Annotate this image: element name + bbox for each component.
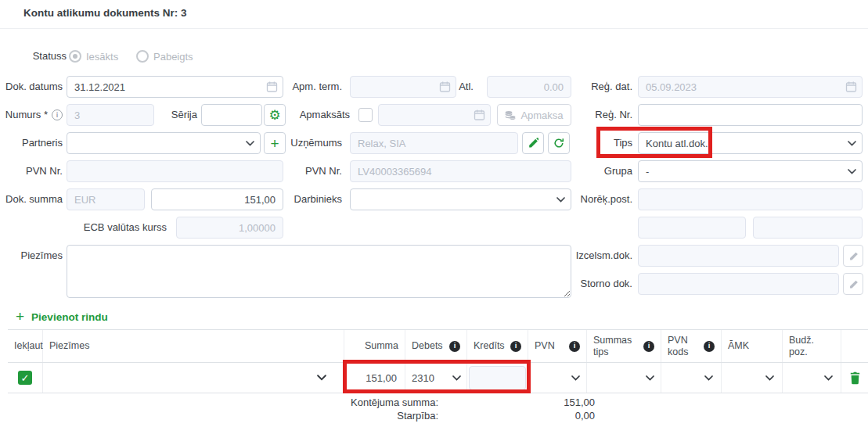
col-kredits: Kredītsi [467, 330, 528, 362]
row-summas-tips-cell[interactable] [587, 363, 661, 393]
izcelsm-dok-label: Izcelsm.dok. [556, 245, 632, 267]
uznemums-input[interactable] [350, 132, 518, 154]
delete-row-button[interactable] [849, 371, 861, 385]
reg-dat-field[interactable] [638, 76, 863, 98]
partneris-select[interactable] [67, 132, 261, 154]
ecb-input[interactable] [176, 217, 283, 239]
chevron-down-icon [646, 375, 654, 381]
row-pvn-cell[interactable] [528, 363, 587, 393]
reg-nr-field[interactable] [638, 104, 863, 126]
reg-nr-input[interactable] [638, 104, 863, 126]
norek-post-field[interactable] [638, 188, 863, 210]
status-option-pabeigts: Pabeigts [153, 50, 193, 64]
pencil-icon [848, 251, 859, 261]
status-radio-pabeigts[interactable] [136, 50, 149, 63]
piezimes-textarea[interactable] [67, 245, 571, 298]
status-option-iesakts: Iesākts [86, 50, 118, 64]
reg-dat-input[interactable] [638, 76, 863, 98]
norek-post-field-2[interactable] [638, 217, 746, 239]
add-row-button[interactable]: + Pievienot rindu [16, 310, 108, 324]
dok-summa-field[interactable] [151, 188, 283, 210]
row-amk-cell[interactable] [722, 363, 783, 393]
row-kredits-cell[interactable] [467, 363, 528, 393]
dok-summa-input[interactable] [151, 188, 283, 210]
row-summa-value: 151,00 [366, 372, 397, 384]
grupa-label: Grupa [562, 160, 632, 182]
pvn-nr-company-label: PVN Nr. [279, 160, 342, 182]
col-pvn-kods: PVN kodsi [661, 330, 722, 362]
col-summa: Summa [344, 330, 405, 362]
darbinieks-select[interactable] [350, 188, 571, 210]
info-icon[interactable]: i [704, 341, 715, 352]
chevron-down-icon [765, 375, 774, 381]
info-icon[interactable]: i [449, 341, 460, 352]
row-kredits-input[interactable] [469, 366, 526, 390]
dok-summa-label: Dok. summa [0, 188, 63, 210]
storno-dok-field[interactable] [638, 273, 839, 295]
grupa-value: - [646, 166, 649, 178]
pvn-nr-company-input[interactable] [350, 160, 571, 182]
chevron-down-icon [317, 375, 326, 381]
plus-icon: + [270, 136, 279, 151]
pvn-nr-partner-input[interactable] [67, 160, 283, 182]
row-pvn-kods-cell[interactable] [661, 363, 722, 393]
status-radio-iesakts[interactable] [69, 50, 81, 63]
row-include-checkbox[interactable]: ✓ [18, 371, 32, 385]
pvn-nr-company-field[interactable] [350, 160, 571, 182]
row-piezimes-cell[interactable] [43, 363, 344, 393]
row-budz-poz-cell[interactable] [783, 363, 841, 393]
pvn-nr-partner-field[interactable] [67, 160, 283, 182]
apmaksats-checkbox[interactable] [358, 108, 373, 122]
numurs-label-text: Numurs * [5, 104, 48, 126]
edit-company-button[interactable] [522, 132, 544, 154]
apmaksats-date-field[interactable] [378, 104, 491, 126]
calendar-icon [439, 81, 451, 93]
apmaksats-label: Apmaksāts [279, 104, 350, 126]
storno-dok-input[interactable] [638, 273, 839, 295]
info-icon[interactable]: i [643, 341, 654, 352]
uznemums-label: Uzņēmums [279, 132, 342, 154]
izcelsm-dok-field[interactable] [638, 245, 839, 267]
info-icon[interactable]: i [569, 341, 580, 352]
norek-post-input-2[interactable] [638, 217, 746, 239]
chevron-down-icon [824, 375, 833, 381]
atl-input[interactable] [487, 76, 571, 98]
info-icon[interactable]: i [510, 341, 521, 352]
piezimes-field[interactable] [67, 245, 571, 298]
izcelsm-dok-edit-button[interactable] [843, 245, 863, 267]
numurs-input[interactable] [67, 104, 154, 126]
tips-select[interactable]: Kontu atl.dok. [638, 132, 863, 154]
norek-post-field-3[interactable] [753, 217, 863, 239]
currency-field[interactable] [67, 188, 145, 210]
serija-field[interactable] [201, 104, 262, 126]
currency-input[interactable] [67, 188, 145, 210]
add-row-label: Pievienot rindu [31, 311, 108, 323]
apm-term-field[interactable] [350, 76, 456, 98]
row-debets-cell[interactable]: 2310 [405, 363, 467, 393]
col-debets: Debetsi [405, 330, 467, 362]
apm-term-label: Apm. term. [279, 76, 342, 98]
izcelsm-dok-input[interactable] [638, 245, 839, 267]
atl-label: Atl. [454, 76, 474, 98]
coins-icon [505, 110, 516, 120]
info-outline-icon[interactable]: i [52, 109, 63, 120]
starpiba-label: Starpība: [203, 410, 438, 422]
norek-post-input-3[interactable] [753, 217, 863, 239]
storno-dok-edit-button[interactable] [843, 273, 863, 295]
ecb-field[interactable] [176, 217, 283, 239]
storno-dok-label: Storno dok. [556, 273, 632, 295]
reg-nr-label: Reģ. Nr. [562, 104, 632, 126]
numurs-label: Numurs * i [0, 104, 63, 126]
lines-table: Iekļaut Piezīmes Summa Debetsi Kredītsi … [8, 329, 868, 393]
dok-datums-field[interactable] [67, 76, 283, 98]
numurs-field[interactable] [67, 104, 154, 126]
row-summa-cell[interactable]: 151,00 [344, 363, 405, 393]
col-ieklaut: Iekļaut [8, 330, 43, 362]
serija-input[interactable] [201, 104, 262, 126]
dok-datums-input[interactable] [67, 76, 283, 98]
grupa-select[interactable]: - [638, 160, 863, 182]
norek-post-input[interactable] [638, 188, 863, 210]
uznemums-field[interactable] [350, 132, 518, 154]
atl-field[interactable] [487, 76, 571, 98]
apmaksa-button[interactable]: Apmaksa [497, 104, 571, 126]
